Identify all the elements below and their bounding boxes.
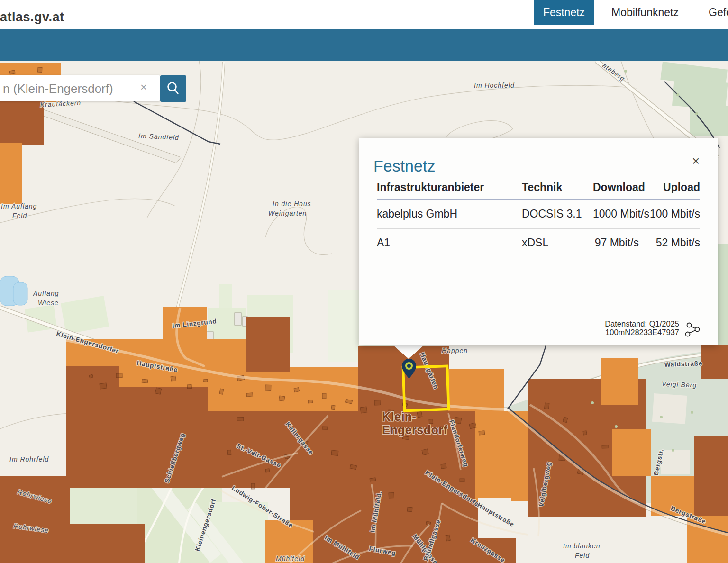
search-icon [165,81,182,97]
clear-search-icon[interactable]: × [140,81,147,94]
brand-logo: atlas.gv.at [0,10,64,25]
search-input[interactable]: n (Klein-Engersdorf) [3,82,113,96]
app-header: atlas.gv.at Festnetz Mobilfunknetz Geför… [0,0,728,29]
toolbar-bar [0,29,728,61]
tab-gefoerderter-ausbau[interactable]: Geförderter Ausbau [698,0,728,25]
search-button[interactable] [160,75,186,102]
search-box[interactable]: n (Klein-Engersdorf) × [0,75,160,101]
tab-mobilfunknetz[interactable]: Mobilfunknetz [601,0,690,25]
page: { "header": { "brand": "atlas.gv.at", "t… [0,0,728,563]
tab-festnetz[interactable]: Festnetz [534,0,594,25]
